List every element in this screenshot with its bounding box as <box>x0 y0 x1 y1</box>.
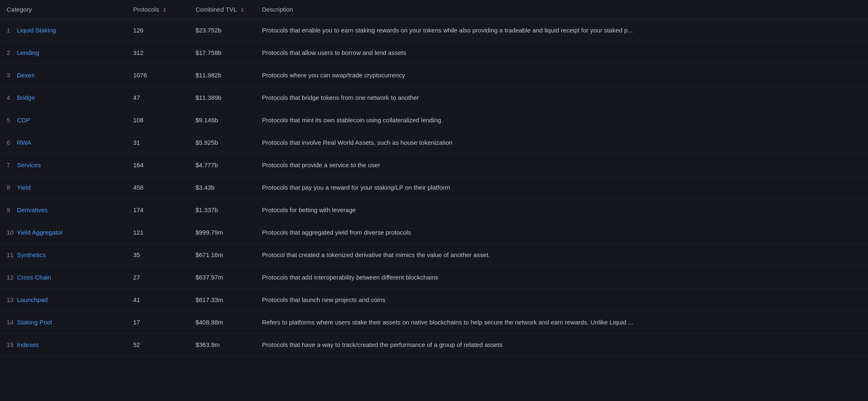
protocols-cell: 35 <box>126 244 189 266</box>
category-link[interactable]: Bridge <box>17 94 35 101</box>
tvl-cell: $17.758b <box>189 42 255 64</box>
description-cell: Protocols that enable you to earn stakin… <box>255 19 868 42</box>
category-link[interactable]: RWA <box>17 139 31 146</box>
category-link[interactable]: Indexes <box>17 341 39 348</box>
rank-cell: 7 <box>0 154 15 176</box>
table-row: 15Indexes52$363.9mProtocols that have a … <box>0 334 868 356</box>
table-row: 13Launchpad41$617.33mProtocols that laun… <box>0 289 868 311</box>
protocols-cell: 458 <box>126 176 189 199</box>
protocols-cell: 108 <box>126 109 189 131</box>
category-link[interactable]: Synthetics <box>17 251 46 258</box>
category-link[interactable]: Yield <box>17 184 31 191</box>
tvl-cell: $637.97m <box>189 266 255 289</box>
rank-cell: 6 <box>0 131 15 154</box>
category-cell: Cross Chain <box>15 266 126 289</box>
header-tvl[interactable]: Combined TVL ⇕ <box>189 0 255 19</box>
rank-cell: 13 <box>0 289 15 311</box>
category-link[interactable]: Services <box>17 161 41 168</box>
category-cell: RWA <box>15 131 126 154</box>
description-cell: Refers to platforms where users stake th… <box>255 311 868 334</box>
table-row: 10Yield Aggregator121$999.79mProtocols t… <box>0 221 868 244</box>
category-cell: Indexes <box>15 334 126 356</box>
protocols-cell: 47 <box>126 87 189 109</box>
rank-cell: 10 <box>0 221 15 244</box>
category-link[interactable]: Derivatives <box>17 206 48 213</box>
tvl-cell: $671.16m <box>189 244 255 266</box>
category-cell: Yield Aggregator <box>15 221 126 244</box>
rank-cell: 5 <box>0 109 15 131</box>
header-category: Category <box>0 0 126 19</box>
category-link[interactable]: Launchpad <box>17 296 48 303</box>
category-cell: Launchpad <box>15 289 126 311</box>
description-cell: Protocols that involve Real World Assets… <box>255 131 868 154</box>
rank-cell: 9 <box>0 199 15 221</box>
description-cell: Protocols for betting with leverage <box>255 199 868 221</box>
protocols-cell: 17 <box>126 311 189 334</box>
header-description: Description <box>255 0 868 19</box>
protocols-cell: 312 <box>126 42 189 64</box>
rank-cell: 4 <box>0 87 15 109</box>
tvl-cell: $617.33m <box>189 289 255 311</box>
tvl-cell: $5.925b <box>189 131 255 154</box>
protocols-cell: 174 <box>126 199 189 221</box>
tvl-cell: $11.389b <box>189 87 255 109</box>
category-link[interactable]: Staking Pool <box>17 319 52 326</box>
table-row: 12Cross Chain27$637.97mProtocols that ad… <box>0 266 868 289</box>
description-cell: Protocols that mint its own stablecoin u… <box>255 109 868 131</box>
tvl-cell: $11.982b <box>189 64 255 87</box>
category-cell: Services <box>15 154 126 176</box>
categories-table-container: Category Protocols ⇕ Combined TVL ⇕ Desc… <box>0 0 868 356</box>
description-cell: Protocols that launch new projects and c… <box>255 289 868 311</box>
rank-cell: 14 <box>0 311 15 334</box>
category-cell: Dexes <box>15 64 126 87</box>
category-link[interactable]: Lending <box>17 49 39 56</box>
category-cell: CDP <box>15 109 126 131</box>
category-cell: Liquid Staking <box>15 19 126 42</box>
protocols-cell: 164 <box>126 154 189 176</box>
rank-cell: 15 <box>0 334 15 356</box>
category-cell: Synthetics <box>15 244 126 266</box>
category-cell: Derivatives <box>15 199 126 221</box>
rank-cell: 2 <box>0 42 15 64</box>
category-cell: Staking Pool <box>15 311 126 334</box>
table-row: 3Dexes1076$11.982bProtocols where you ca… <box>0 64 868 87</box>
table-row: 1Liquid Staking126$23.752bProtocols that… <box>0 19 868 42</box>
category-cell: Yield <box>15 176 126 199</box>
protocols-cell: 121 <box>126 221 189 244</box>
rank-cell: 8 <box>0 176 15 199</box>
category-link[interactable]: Yield Aggregator <box>17 229 63 236</box>
description-cell: Protocol that created a tokenized deriva… <box>255 244 868 266</box>
categories-table: Category Protocols ⇕ Combined TVL ⇕ Desc… <box>0 0 868 356</box>
protocols-cell: 27 <box>126 266 189 289</box>
description-cell: Protocols that aggregated yield from div… <box>255 221 868 244</box>
header-protocols[interactable]: Protocols ⇕ <box>126 0 189 19</box>
category-link[interactable]: CDP <box>17 116 30 124</box>
description-cell: Protocols that provide a service to the … <box>255 154 868 176</box>
description-cell: Protocols that allow users to borrow and… <box>255 42 868 64</box>
table-row: 9Derivatives174$1.337bProtocols for bett… <box>0 199 868 221</box>
protocols-cell: 31 <box>126 131 189 154</box>
table-row: 5CDP108$9.146bProtocols that mint its ow… <box>0 109 868 131</box>
category-link[interactable]: Dexes <box>17 72 35 79</box>
category-cell: Lending <box>15 42 126 64</box>
rank-cell: 12 <box>0 266 15 289</box>
tvl-cell: $1.337b <box>189 199 255 221</box>
rank-cell: 1 <box>0 19 15 42</box>
protocols-cell: 52 <box>126 334 189 356</box>
table-row: 7Services164$4.777bProtocols that provid… <box>0 154 868 176</box>
table-row: 4Bridge47$11.389bProtocols that bridge t… <box>0 87 868 109</box>
tvl-cell: $363.9m <box>189 334 255 356</box>
tvl-cell: $3.43b <box>189 176 255 199</box>
category-link[interactable]: Liquid Staking <box>17 27 56 34</box>
rank-cell: 11 <box>0 244 15 266</box>
category-link[interactable]: Cross Chain <box>17 274 52 281</box>
rank-cell: 3 <box>0 64 15 87</box>
description-cell: Protocols that bridge tokens from one ne… <box>255 87 868 109</box>
tvl-sort-icon: ⇕ <box>240 7 244 13</box>
table-row: 6RWA31$5.925bProtocols that involve Real… <box>0 131 868 154</box>
protocols-cell: 41 <box>126 289 189 311</box>
protocols-cell: 1076 <box>126 64 189 87</box>
table-row: 8Yield458$3.43bProtocols that pay you a … <box>0 176 868 199</box>
description-cell: Protocols that add interoperability betw… <box>255 266 868 289</box>
tvl-cell: $23.752b <box>189 19 255 42</box>
